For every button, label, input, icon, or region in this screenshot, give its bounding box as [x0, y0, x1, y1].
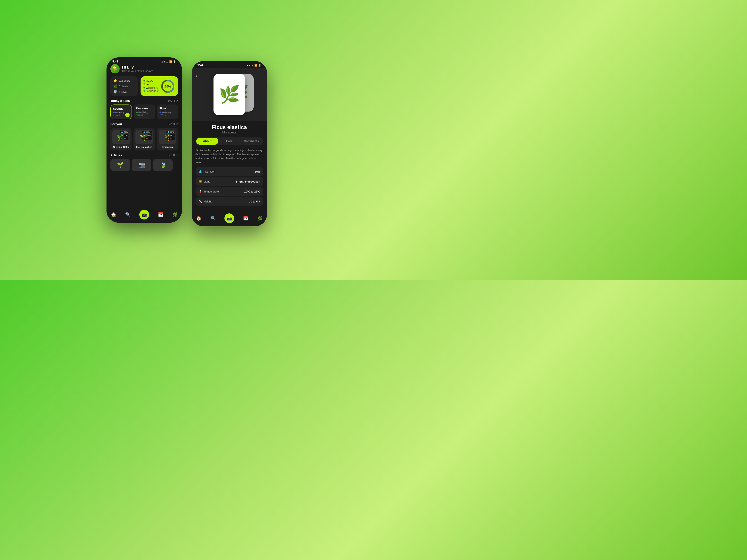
phone2-content: 🌿 🌿 Ficus elastica Moraceae About Care C… [191, 68, 267, 222]
greeting: Hi Lily [122, 65, 153, 70]
time-2: 9:41 [198, 63, 203, 67]
tab-care[interactable]: Care [218, 138, 240, 144]
fertilizing-count: 2 [157, 90, 158, 92]
about-text: Similar to the burgundy variety, the abi… [196, 148, 263, 164]
temp-value: 10°C to 29°C [244, 190, 260, 193]
height-value: Up to 6 ft [249, 200, 260, 203]
today-task-card[interactable]: Today's Task Watering 6 Fertilizing 2 [140, 76, 178, 96]
temp-badge-2: 🌡 15° [166, 137, 175, 140]
nav2-plants[interactable]: 🌿 [257, 216, 263, 221]
nav-search[interactable]: 🔍 [125, 212, 131, 217]
humidity-badge-1: 💧 60% [142, 131, 152, 133]
score-value: 216 score [119, 79, 130, 82]
status-icons-2: ▲▲▲ 📶 🔋 [246, 64, 261, 66]
level-value: 4 Level [119, 90, 127, 93]
article-2[interactable]: 🍃 [153, 159, 173, 171]
phone-detail: 9:41 ▲▲▲ 📶 🔋 ‹ 🌿 🌿 Ficus elastica Morace… [191, 61, 267, 226]
score-stat: ⭐ 216 score [113, 79, 135, 82]
task-plant-name-2: Ficus [159, 107, 176, 110]
light-icon: ☀️ [199, 180, 202, 183]
donut-chart: 50% [160, 79, 175, 94]
nav-camera[interactable]: 📷 [139, 210, 149, 219]
home-icon: 🏠 [111, 212, 116, 217]
plant-detail-name: Ficus elastica [196, 124, 263, 131]
watering-dot [144, 87, 145, 88]
task-plant-dracaena[interactable]: Dracaena Fertilizing 150 ml [134, 105, 155, 119]
articles-title: Articles [110, 153, 122, 157]
light-badge-2: ☀️ Med [166, 134, 175, 137]
task-plant-amount-1: 150 ml [136, 114, 153, 116]
task-plant-ficus[interactable]: Ficus Watering 200 ml [157, 105, 178, 119]
header-text: Hi Lily How is your plants today? [122, 65, 153, 73]
leaf-icon: 🌿 [113, 84, 117, 88]
task-plant-type-2: Watering [159, 111, 176, 113]
plant-stats-0: 💧 70% ☀️ Low 🌡 20° [120, 131, 129, 140]
tab-comments[interactable]: Comments [240, 138, 262, 144]
camera-icon-2: 📷 [227, 216, 232, 221]
articles-section-header: Articles See All ↗ [110, 153, 178, 157]
tabs-row: About Care Comments [196, 137, 263, 145]
height-label: 📏 Height [199, 199, 211, 203]
plant-stats-1: 💧 60% ☀️ Bright 🌡 10° [142, 131, 152, 140]
plant-hero-card: 🌿 [213, 74, 245, 115]
light-badge-1: ☀️ Bright [142, 134, 152, 137]
nav2-calendar[interactable]: 📅 [243, 216, 248, 221]
plants-icon-2: 🌿 [257, 216, 263, 221]
nav-calendar[interactable]: 📅 [158, 212, 163, 217]
plant-detail-info: Ficus elastica Moraceae About Care Comme… [191, 121, 267, 210]
humidity-badge-2: 💧 55% [166, 131, 175, 133]
fertilizing-label: Fertilizing [146, 90, 156, 92]
camera-button-2[interactable]: 📷 [225, 213, 234, 223]
for-you-title: For you [110, 122, 122, 126]
home-icon-2: 🏠 [196, 216, 201, 221]
level-stat: 🛡️ 4 Level [113, 90, 135, 94]
info-height: 📏 Height Up to 6 ft [196, 197, 263, 206]
for-you-plant-1[interactable]: 🌱 💧 60% ☀️ Bright 🌡 10° Ficus elastica [133, 128, 155, 151]
plant-detail-family: Moraceae [196, 131, 263, 134]
camera-button[interactable]: 📷 [139, 210, 149, 219]
nav-plants[interactable]: 🌿 [172, 212, 178, 217]
nav2-search[interactable]: 🔍 [210, 216, 216, 221]
wifi-icon-2: 📶 [254, 64, 257, 66]
battery-icon: 🔋 [173, 60, 176, 63]
plants-icon: 🌿 [172, 212, 178, 217]
plant-name-2: Dracaena [159, 146, 176, 149]
signal-icon-2: ▲▲▲ [246, 64, 253, 66]
for-you-arrow-icon: ↗ [176, 123, 178, 126]
stats-task-row: ⭐ 216 score 🌿 8 plants 🛡️ 4 Level Today'… [110, 76, 178, 96]
nav2-camera[interactable]: 📷 [225, 213, 234, 223]
nav2-home[interactable]: 🏠 [196, 216, 201, 221]
for-you-plant-2[interactable]: 🌴 💧 55% ☀️ Med 🌡 15° Dracaena [157, 128, 178, 151]
wifi-icon: 📶 [169, 60, 172, 63]
task-see-all[interactable]: See All ↗ [168, 100, 178, 102]
articles-see-all[interactable]: See All ↗ [168, 154, 178, 157]
fertilizing-row: Fertilizing 2 [144, 90, 158, 92]
tab-about[interactable]: About [196, 138, 218, 144]
back-button[interactable]: ‹ [196, 73, 197, 78]
hydration-label: 💧 Hydration [199, 170, 215, 173]
nav-home[interactable]: 🏠 [111, 212, 116, 217]
plant-stats-2: 💧 55% ☀️ Med 🌡 15° [166, 131, 175, 140]
task-section-header: Today's Task See All ↗ [110, 99, 178, 103]
task-plant-strelizia[interactable]: Strelizia Watering 125 ml ✓ [110, 105, 132, 119]
battery-icon-2: 🔋 [258, 64, 261, 66]
task-plant-name-1: Dracaena [136, 107, 153, 110]
status-icons-1: ▲▲▲ 📶 🔋 [161, 60, 176, 63]
shield-icon: 🛡️ [113, 90, 117, 94]
article-1[interactable]: 📷 [132, 159, 151, 171]
status-bar-2: 9:41 ▲▲▲ 📶 🔋 [191, 61, 267, 68]
temp-icon: 🌡️ [199, 190, 202, 193]
plant-img-2: 🌴 💧 55% ☀️ Med 🌡 15° [159, 130, 176, 144]
task-cards-row: Strelizia Watering 125 ml ✓ Dracaena Fer… [110, 105, 178, 119]
plants-stat: 🌿 8 plants [113, 84, 135, 88]
task-info: Today's Task Watering 6 Fertilizing 2 [144, 80, 158, 93]
for-you-see-all[interactable]: See All ↗ [168, 123, 178, 126]
plants-value: 8 plants [119, 85, 128, 88]
hydration-value: 60% [255, 170, 260, 173]
temp-badge-1: 🌡 10° [142, 137, 152, 140]
article-0[interactable]: 🌱 [110, 159, 130, 171]
for-you-plant-0[interactable]: 🌿 💧 70% ☀️ Low 🌡 20° Strelizia Haky [110, 128, 132, 151]
articles-arrow-icon: ↗ [176, 154, 178, 157]
task-plant-amount-2: 200 ml [159, 114, 176, 116]
search-icon-2: 🔍 [210, 216, 216, 221]
